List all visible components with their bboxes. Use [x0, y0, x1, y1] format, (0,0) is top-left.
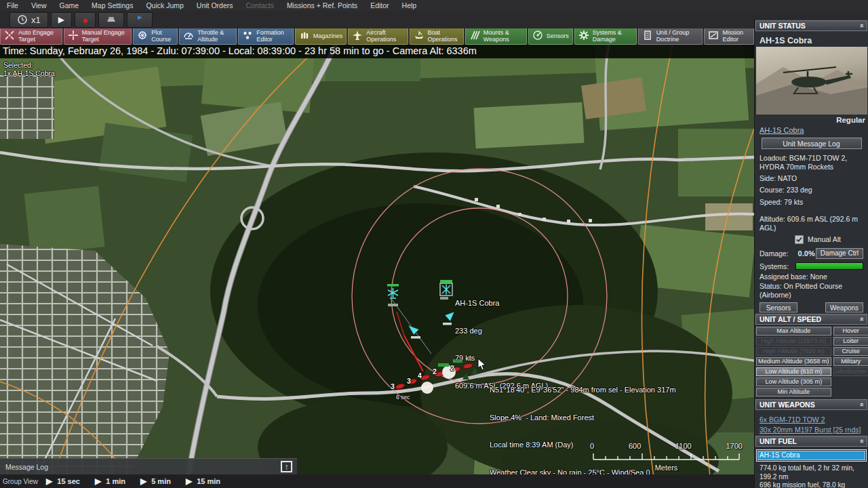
magazines-button[interactable]: Magazines — [295, 27, 347, 45]
play-button[interactable]: ▶ — [51, 12, 72, 28]
status-text: Status: On Plotted Course (Airborne) — [760, 282, 863, 300]
manual-alt-label: Manual Alt — [808, 235, 841, 243]
menu-unit-orders[interactable]: Unit Orders — [197, 1, 233, 9]
step-1min-button[interactable]: ▶ 1 min — [95, 476, 125, 486]
menu-bar: File View Game Map Settings Quick Jump U… — [0, 0, 868, 11]
selected-unit-symbol[interactable] — [439, 280, 454, 304]
time-compression-button[interactable]: x1 — [9, 12, 48, 28]
play-icon: ▶ — [46, 476, 52, 486]
play-icon: ▶ — [95, 476, 101, 486]
right-sidebar: UNIT STATUS » AH-1S Cobra Regular — [754, 19, 868, 488]
alt-medium-button[interactable]: Medium Altitude (3658 m) — [756, 357, 831, 366]
speed-military-button[interactable]: Military — [833, 357, 868, 366]
menu-map-settings[interactable]: Map Settings — [92, 1, 133, 9]
clock-icon — [17, 14, 28, 25]
alt-min-button[interactable]: Min Altitude — [756, 388, 831, 396]
unit-status-header[interactable]: UNIT STATUS » — [755, 20, 867, 31]
collapse-icon[interactable]: » — [857, 317, 865, 321]
aircraft-operations-button[interactable]: Aircraft Operations — [348, 27, 408, 45]
alt-low610-button[interactable]: Low Altitude (610 m) — [756, 367, 831, 376]
play-icon: ▶ — [58, 15, 64, 24]
map-scale-bar: 0 600 1100 1700 Meters — [590, 442, 743, 472]
sensors-button[interactable]: Sensors — [528, 27, 573, 45]
unit-link[interactable]: AH-1S Cobra — [760, 124, 863, 136]
collapse-icon[interactable]: » — [857, 439, 865, 443]
menu-view[interactable]: View — [31, 1, 47, 9]
speed-text: Speed: 79 kts — [760, 198, 863, 207]
magazine-icon — [299, 30, 310, 42]
ref-point-button[interactable] — [127, 12, 153, 28]
menu-quick-jump[interactable]: Quick Jump — [146, 1, 183, 9]
formation-editor-button[interactable]: Formation Editor — [238, 27, 294, 45]
throttle-altitude-button[interactable]: Throttle & Altitude — [179, 27, 237, 45]
plot-course-button[interactable]: Plot Course — [133, 27, 178, 45]
group-count: 4 — [418, 371, 422, 380]
record-button[interactable]: ● — [75, 12, 96, 28]
sensors-panel-button[interactable]: Sensors — [760, 302, 797, 312]
auto-engage-target-button[interactable]: Auto Engage Target — [0, 27, 62, 45]
alt-max-button[interactable]: Max Altitude — [756, 327, 831, 336]
message-log-expand-button[interactable]: ↑ — [281, 461, 292, 472]
group-count: 2 — [433, 367, 437, 375]
camera-button[interactable] — [98, 12, 124, 28]
time-text: Time: Sunday, February 26, 1984 - Zulu: … — [3, 45, 477, 56]
weapon-link-tow[interactable]: 6x BGM-71D TOW 2 — [760, 415, 863, 424]
menu-game[interactable]: Game — [60, 1, 79, 9]
systems-label: Systems: — [760, 262, 789, 270]
mounts-weapons-button[interactable]: Mounts & Weapons — [465, 27, 527, 45]
step-15sec-button[interactable]: ▶ 15 sec — [46, 476, 80, 486]
speed-hover-button[interactable]: Hover — [833, 327, 868, 336]
unit-fuel-header[interactable]: UNIT FUEL » — [755, 436, 867, 447]
unit-group-doctrine-button[interactable]: Unit / Group Doctrine — [638, 27, 703, 45]
map-viewport[interactable]: Time: Sunday, February 26, 1984 - Zulu: … — [0, 27, 754, 474]
gear-icon — [578, 30, 589, 42]
manual-engage-target-button[interactable]: Manual Engage Target — [64, 27, 132, 45]
boat-operations-button[interactable]: Boat Operations — [410, 27, 464, 45]
menu-help[interactable]: Help — [402, 1, 417, 9]
loadout-text: Loadout: BGM-71D TOW 2, HYDRA 70mm Rocke… — [760, 154, 863, 171]
manual-alt-checkbox[interactable] — [795, 235, 804, 244]
course-text: Course: 233 deg — [760, 186, 863, 195]
unit-name: AH-1S Cobra — [760, 36, 863, 45]
mission-editor-button[interactable]: Mission Editor — [704, 27, 754, 45]
unit-message-log-button[interactable]: Unit Message Log — [762, 138, 862, 149]
fuel-total: 774.0 kg total fuel, 2 hr 32 min, 199.2 … — [760, 464, 863, 481]
side-text: Side: NATO — [760, 174, 863, 183]
unit-label-course: 233 deg — [455, 327, 548, 336]
alt-low305-button[interactable]: Low Altitude (305 m) — [756, 378, 831, 386]
unit-alt-speed-header[interactable]: UNIT ALT / SPEED » — [755, 314, 867, 325]
group-count: 3 — [407, 377, 411, 385]
menu-editor[interactable]: Editor — [370, 1, 389, 9]
collapse-icon[interactable]: » — [857, 24, 865, 28]
tooltip-terrain: Slope 4% - Land: Mixed Forest — [490, 413, 676, 423]
mouse-cursor — [477, 358, 487, 374]
step-15min-button[interactable]: ▶ 15 min — [186, 476, 220, 486]
systems-row: Systems: — [760, 262, 863, 270]
systems-damage-button[interactable]: Systems & Damage — [574, 27, 637, 45]
weapon-link-20mm[interactable]: 30x 20mm M197 Burst [25 rnds] — [760, 426, 863, 434]
scale-tick-label: 600 — [629, 442, 641, 450]
manual-alt-row: Manual Alt — [795, 235, 863, 244]
altitude-text: Altitude: 609.6 m ASL (292.6 m AGL) — [760, 215, 863, 232]
damage-ctrl-button[interactable]: Damage Ctrl — [816, 248, 863, 259]
scale-tick-label: 1700 — [726, 442, 742, 450]
helm-icon — [137, 30, 148, 42]
step-5min-button[interactable]: ▶ 5 min — [140, 476, 171, 486]
fuel-unit-selected[interactable]: AH-1S Cobra — [757, 451, 865, 460]
speed-loiter-button[interactable]: Loiter — [833, 337, 868, 346]
menu-missions-ref-points[interactable]: Missions + Ref. Points — [287, 1, 357, 9]
alt-high1-button: High Altitude (10973 m) — [756, 337, 831, 346]
group-view-toggle[interactable]: Group View — [3, 478, 38, 485]
message-log-bar[interactable]: Message Log ↑ — [0, 458, 297, 474]
proficiency-label: Regular — [755, 115, 868, 124]
collapse-icon[interactable]: » — [857, 403, 865, 407]
unit-weapons-header[interactable]: UNIT WEAPONS » — [755, 399, 867, 410]
menu-file[interactable]: File — [7, 1, 18, 9]
contact-symbol[interactable] — [407, 324, 425, 342]
speed-cruise-button[interactable]: Cruise — [833, 347, 868, 356]
boat-icon — [414, 30, 425, 42]
friendly-unit-symbol[interactable] — [384, 284, 403, 310]
damage-label: Damage: — [760, 249, 789, 258]
weapons-panel-button[interactable]: Weapons — [825, 302, 863, 312]
gauge-icon — [183, 30, 194, 42]
